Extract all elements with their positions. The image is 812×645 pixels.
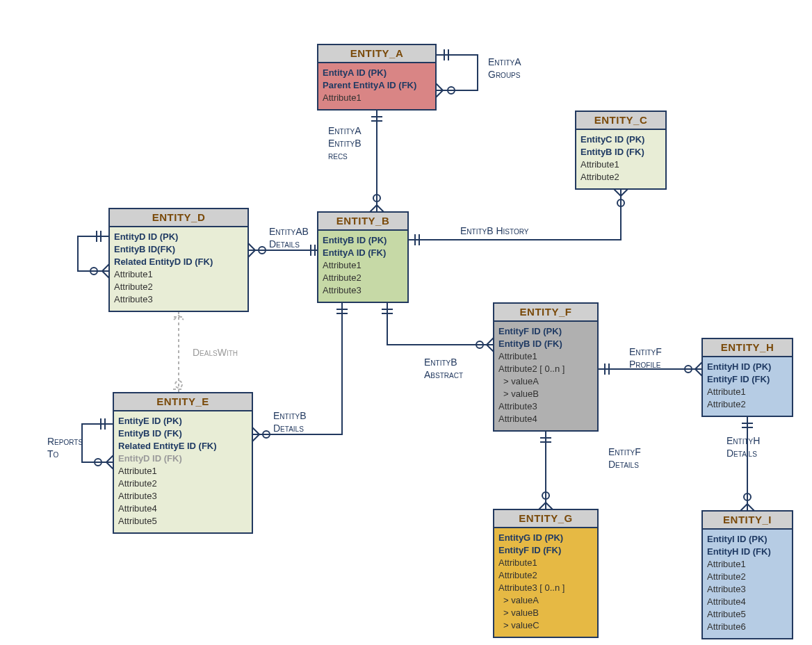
- relationship-label: EntityAB: [269, 226, 309, 237]
- entity-key: EntityA ID (FK): [323, 247, 386, 258]
- entity-attr: Attribute2: [118, 478, 157, 489]
- entity-attr: Attribute1: [323, 260, 362, 270]
- relationship-label: EntityB History: [460, 225, 529, 236]
- relationship-label: EntityA: [488, 56, 521, 67]
- entity-key: EntityB ID (FK): [580, 147, 644, 157]
- entity-key: EntityI ID (PK): [707, 534, 768, 544]
- relationship-label: Details: [608, 459, 639, 470]
- entity-key: EntityE ID (PK): [118, 416, 182, 426]
- relationship-label: EntityA: [328, 125, 362, 136]
- entity-title: ENTITY_B: [336, 215, 390, 227]
- entity-attr: Attribute2: [323, 272, 362, 283]
- entity-e: ENTITY_EEntityE ID (PK)EntityB ID (FK)Re…: [113, 393, 252, 533]
- entity-attr: Attribute3: [118, 491, 157, 501]
- relationship-label: EntityB: [328, 138, 362, 149]
- entity-attr: > valueB: [503, 607, 539, 618]
- entity-key: Related EntityE ID (FK): [118, 441, 217, 451]
- entity-attr: Attribute1: [118, 466, 157, 476]
- relationship-label: Profile: [629, 359, 661, 370]
- entity-attr: Attribute1: [114, 269, 153, 279]
- entity-i: ENTITY_IEntityI ID (PK)EntityH ID (FK)At…: [702, 511, 793, 639]
- entity-attr: Attribute5: [707, 609, 746, 619]
- entity-key: EntityD ID (PK): [114, 231, 178, 242]
- entity-attr: Attribute5: [118, 516, 157, 526]
- entity-attr: Attribute3: [114, 294, 153, 304]
- entity-attr: Attribute4: [707, 596, 746, 607]
- entity-attr: Attribute1: [707, 386, 746, 397]
- relationship-label: EntityB: [424, 357, 457, 368]
- entity-key: Related EntityD ID (FK): [114, 256, 213, 267]
- entity-attr: Attribute3 [ 0..n ]: [498, 582, 565, 593]
- entity-title: ENTITY_A: [350, 47, 404, 59]
- entity-attr: Attribute6: [707, 621, 746, 632]
- entity-attr: Attribute3: [323, 285, 362, 295]
- entity-attr: Attribute3: [707, 584, 746, 594]
- entity-key: Parent EntityA ID (FK): [323, 80, 416, 90]
- relationship-label: recs: [328, 150, 348, 161]
- entity-attr: Attribute2: [707, 399, 746, 409]
- entity-title: ENTITY_G: [519, 512, 572, 524]
- entity-attr: Attribute2 [ 0..n ]: [498, 364, 565, 374]
- entity-f: ENTITY_FEntityF ID (PK)EntityB ID (FK)At…: [494, 303, 598, 431]
- entity-title: ENTITY_I: [723, 514, 772, 525]
- relationship-label: Details: [269, 238, 300, 250]
- entity-a: ENTITY_AEntityA ID (PK)Parent EntityA ID…: [318, 44, 436, 110]
- entity-d: ENTITY_DEntityD ID (PK)EntityB ID(FK)Rel…: [109, 209, 248, 311]
- entity-attr: > valueA: [503, 376, 539, 386]
- entity-key: EntityB ID (FK): [498, 338, 562, 349]
- relationship-label: Details: [726, 448, 757, 459]
- entity-attr: Attribute2: [707, 571, 746, 582]
- relationship-label: Abstract: [424, 369, 463, 380]
- entity-attr: Attribute4: [118, 503, 157, 514]
- relationship-label: EntityB: [273, 410, 307, 421]
- entity-attr: Attribute2: [114, 281, 153, 292]
- entity-key: EntityH ID (FK): [707, 546, 771, 557]
- entity-title: ENTITY_E: [156, 395, 209, 407]
- entity-key: EntityC ID (PK): [580, 134, 644, 145]
- relationship-label: EntityF: [629, 346, 662, 357]
- entity-h: ENTITY_HEntityH ID (PK)EntityF ID (FK)At…: [702, 338, 793, 416]
- relationship-label: To: [47, 448, 59, 459]
- entity-key-optional: EntityD ID (FK): [118, 453, 182, 464]
- entity-title: ENTITY_C: [594, 114, 648, 126]
- entity-key: EntityB ID(FK): [114, 244, 175, 254]
- entity-key: EntityF ID (FK): [498, 545, 561, 555]
- entity-attr: Attribute3: [498, 401, 537, 411]
- entity-key: EntityB ID (PK): [323, 235, 387, 245]
- entity-key: EntityG ID (PK): [498, 532, 563, 543]
- entity-attr: Attribute1: [580, 159, 619, 170]
- entity-key: EntityB ID (FK): [118, 428, 182, 439]
- entity-attr: Attribute1: [707, 559, 746, 569]
- entity-title: ENTITY_F: [520, 306, 572, 318]
- entity-title: ENTITY_H: [721, 341, 774, 353]
- entity-attr: Attribute2: [498, 570, 537, 580]
- entity-key: EntityA ID (PK): [323, 67, 387, 78]
- relationship-label: EntityF: [608, 446, 641, 457]
- entity-b: ENTITY_BEntityB ID (PK)EntityA ID (FK)At…: [318, 212, 408, 302]
- relationship-label: EntityH: [726, 435, 760, 446]
- entity-attr: Attribute1: [498, 351, 537, 361]
- entity-attr: Attribute1: [323, 92, 362, 103]
- entity-key: EntityF ID (PK): [498, 326, 562, 336]
- entity-key: EntityH ID (PK): [707, 361, 771, 372]
- relationship-label: DealsWith: [193, 347, 238, 358]
- entity-attr: Attribute1: [498, 557, 537, 568]
- relationship-label: Groups: [488, 69, 521, 80]
- entity-title: ENTITY_D: [152, 211, 206, 223]
- relationship-label: Details: [273, 423, 304, 434]
- entity-c: ENTITY_CEntityC ID (PK)EntityB ID (FK)At…: [576, 111, 666, 189]
- entity-attr: Attribute2: [580, 172, 619, 182]
- entity-key: EntityF ID (FK): [707, 374, 770, 384]
- relationship-label: Reports: [47, 436, 83, 447]
- entity-attr: Attribute4: [498, 414, 537, 424]
- entity-attr: > valueC: [503, 620, 539, 630]
- entity-attr: > valueB: [503, 389, 539, 399]
- entity-attr: > valueA: [503, 595, 539, 605]
- entity-g: ENTITY_GEntityG ID (PK)EntityF ID (FK)At…: [494, 509, 598, 637]
